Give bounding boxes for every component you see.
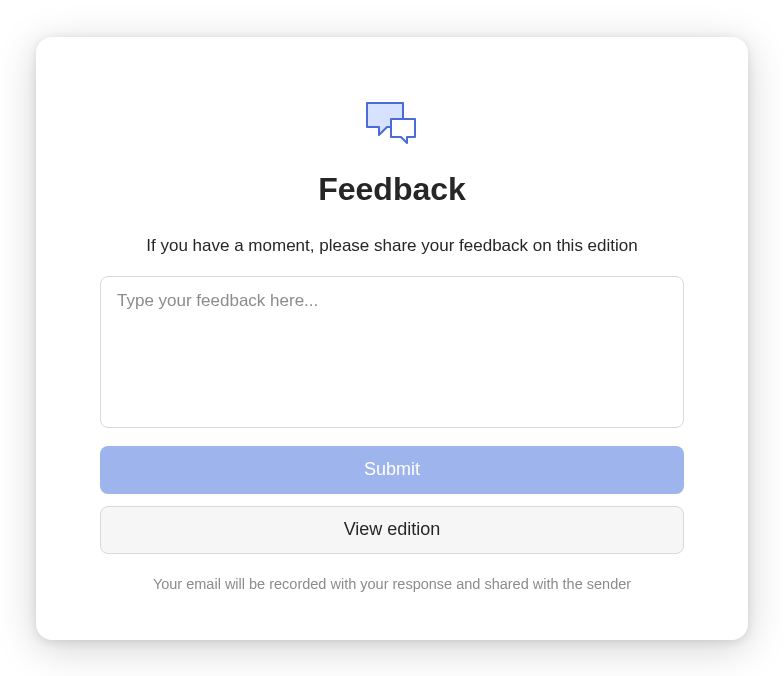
view-edition-button[interactable]: View edition xyxy=(100,506,684,554)
feedback-textarea[interactable] xyxy=(100,276,684,428)
submit-button[interactable]: Submit xyxy=(100,446,684,494)
subtitle: If you have a moment, please share your … xyxy=(146,236,637,256)
footer-note: Your email will be recorded with your re… xyxy=(153,576,631,592)
feedback-card: Feedback If you have a moment, please sh… xyxy=(36,37,748,640)
chat-bubbles-icon xyxy=(363,101,421,155)
page-title: Feedback xyxy=(318,171,466,208)
